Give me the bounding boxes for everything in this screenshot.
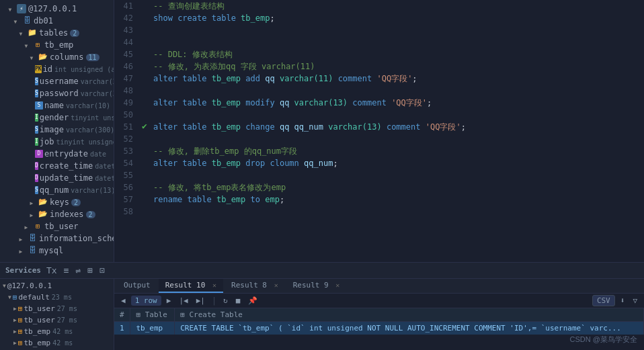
- col-name: qq_num: [40, 185, 69, 195]
- editor-line-54: 54 alter table tb_emp drop cloumn qq_num…: [114, 157, 644, 169]
- sidebar-item-columns[interactable]: 📂 columns 11: [0, 51, 114, 63]
- line-number: 45: [114, 48, 138, 60]
- toolbar-icon-tx[interactable]: Tx: [45, 265, 58, 276]
- result-table[interactable]: # ⊞ Table ⊞ Create Table 1 tb_emp CREATE…: [114, 308, 644, 350]
- col-header-num: #: [114, 308, 130, 322]
- nav-next-btn[interactable]: ▶: [164, 296, 174, 306]
- result-tabs[interactable]: Output Result 10 ✕ Result 8 ✕ Result 9 ✕: [114, 279, 644, 294]
- toolbar-right: CSV ⬇ ▽: [592, 295, 640, 306]
- int-icon: I: [35, 114, 38, 122]
- line-content: alter table tb_emp add qq varchar(11) co…: [151, 73, 644, 85]
- folder-icon: 📂: [38, 198, 48, 207]
- sidebar-item-indexes[interactable]: 📂 indexes 2: [0, 208, 114, 220]
- line-content: rename table tb_emp to emp;: [151, 193, 644, 206]
- line-number: 44: [114, 36, 138, 48]
- sidebar-item-db01[interactable]: 🗄 db01: [0, 15, 114, 27]
- tab-result10-label: Result 10: [165, 281, 206, 290]
- toolbar-icon-sync[interactable]: ⇌: [74, 265, 82, 276]
- line-number: 48: [114, 85, 138, 97]
- sidebar-col-qq-num[interactable]: S qq_num varchar(13): [0, 184, 114, 196]
- cell-create: CREATE TABLE `tb_emp` ( `id` int unsigne…: [175, 322, 644, 335]
- pin-btn[interactable]: 📌: [245, 296, 260, 306]
- bottom-content: ▼ @127.0.0.1 ▼ ⊞ default 23 ms ▶ ⊞ tb_us…: [0, 279, 644, 350]
- services-server[interactable]: ▼ @127.0.0.1: [0, 280, 114, 292]
- refresh-btn[interactable]: ↻: [220, 296, 231, 306]
- nav-last-btn[interactable]: ▶|: [194, 296, 208, 306]
- services-toolbar: Services Tx ≡ ⇌ ⊞ ⊡: [0, 263, 644, 279]
- tab-result10[interactable]: Result 10 ✕: [159, 279, 223, 293]
- services-tb-emp-label2: tb_emp: [24, 339, 50, 347]
- line-number: 55: [114, 169, 138, 181]
- sidebar-col-job[interactable]: I job tinyint unsigned: [0, 136, 114, 148]
- tb-user-label: tb_user: [44, 222, 79, 231]
- toolbar-icon-list[interactable]: ≡: [63, 265, 71, 276]
- arrow-icon: [5, 4, 15, 13]
- col-name: password: [40, 89, 79, 98]
- filter-btn[interactable]: ▽: [630, 296, 640, 306]
- sidebar-col-create-time[interactable]: D create_time datetime: [0, 160, 114, 172]
- sidebar-item-mysql[interactable]: 🗄 mysql: [0, 245, 114, 257]
- services-tb-user-2[interactable]: ▶ ⊞ tb_user 27 ms: [0, 314, 114, 326]
- line-content: -- 修改, 删除tb_emp 的qq_num字段: [151, 145, 644, 157]
- str-icon: S: [35, 126, 38, 134]
- sidebar-col-id[interactable]: PK id int unsigned (auto incre...: [0, 63, 114, 75]
- database-sidebar[interactable]: ⚡ @127.0.0.1 🗄 db01 📁 tables 2 ⊞ tb_emp …: [0, 0, 114, 262]
- services-sidebar[interactable]: ▼ @127.0.0.1 ▼ ⊞ default 23 ms ▶ ⊞ tb_us…: [0, 279, 114, 350]
- tab-result9-close[interactable]: ✕: [335, 281, 339, 289]
- tab-result9[interactable]: Result 9 ✕: [286, 279, 347, 293]
- editor-line-49: 49 alter table tb_emp modify qq varchar(…: [114, 97, 644, 109]
- nav-first-btn[interactable]: |◀: [176, 296, 190, 306]
- csv-button[interactable]: CSV: [592, 295, 615, 306]
- export-btn[interactable]: ⬇: [618, 296, 628, 306]
- line-number: 51: [114, 121, 138, 133]
- line-number: 53: [114, 145, 138, 157]
- services-default-label: default: [18, 293, 49, 302]
- editor-line-53: 53 -- 修改, 删除tb_emp 的qq_num字段: [114, 145, 644, 157]
- services-tb-emp-2[interactable]: ▶ ⊞ tb_emp 42 ms: [0, 337, 114, 349]
- arrow-icon: [11, 16, 20, 26]
- col-type: datetime: [95, 163, 114, 170]
- tab-output[interactable]: Output: [117, 279, 157, 293]
- line-content: [151, 109, 644, 121]
- stop-btn[interactable]: ■: [233, 296, 243, 306]
- col-type: tinyint unsigned: [56, 138, 114, 146]
- pk-icon: PK: [35, 65, 42, 73]
- nav-prev-btn[interactable]: ◀: [118, 296, 128, 306]
- sidebar-col-image[interactable]: S image varchar(300): [0, 124, 114, 136]
- col-type: datetime: [95, 175, 114, 182]
- editor-line-45: 45 -- DDL: 修改表结构: [114, 48, 644, 60]
- services-tb-emp-label: tb_emp: [24, 327, 50, 336]
- toolbar-icon-grid[interactable]: ⊞: [86, 265, 94, 276]
- sidebar-item-keys[interactable]: 📂 keys 2: [0, 196, 114, 208]
- sidebar-col-username[interactable]: S username varchar(20): [0, 75, 114, 87]
- line-number: 49: [114, 97, 138, 109]
- col-name: name: [44, 101, 64, 110]
- sidebar-item-tb-emp[interactable]: ⊞ tb_emp: [0, 39, 114, 51]
- toolbar-icon-stop[interactable]: ⊡: [98, 265, 106, 276]
- sidebar-col-gender[interactable]: I gender tinyint unsigned: [0, 112, 114, 124]
- cell-num: 1: [114, 322, 130, 335]
- sidebar-col-update-time[interactable]: D update_time datetime: [0, 172, 114, 184]
- services-tb-emp-1[interactable]: ▶ ⊞ tb_emp 42 ms: [0, 326, 114, 337]
- tab-result8[interactable]: Result 8 ✕: [225, 279, 285, 293]
- sidebar-item-information-schema[interactable]: 🗄 information_schema: [0, 232, 114, 245]
- services-default[interactable]: ▼ ⊞ default 23 ms: [0, 292, 114, 303]
- code-editor[interactable]: 41 -- 查询创建表结构 42 show create table tb_em…: [114, 0, 644, 262]
- columns-label: columns: [50, 52, 84, 62]
- sidebar-col-entrydate[interactable]: D entrydate date: [0, 148, 114, 160]
- date-icon: D: [35, 162, 38, 170]
- sidebar-item-server[interactable]: ⚡ @127.0.0.1: [0, 3, 114, 15]
- arrow-icon: [22, 40, 31, 50]
- sidebar-item-tb-user[interactable]: ⊞ tb_user: [0, 220, 114, 232]
- sidebar-col-password[interactable]: S password varchar(32) = 'je...: [0, 87, 114, 99]
- sidebar-item-tables[interactable]: 📁 tables 2: [0, 27, 114, 39]
- line-content: [151, 24, 644, 36]
- sidebar-col-name[interactable]: S name varchar(10): [0, 99, 114, 112]
- tab-result10-close[interactable]: ✕: [212, 281, 216, 289]
- table-row[interactable]: 1 tb_emp CREATE TABLE `tb_emp` ( `id` in…: [114, 322, 644, 335]
- tab-result8-close[interactable]: ✕: [274, 281, 278, 289]
- services-tb-user-1[interactable]: ▶ ⊞ tb_user 27 ms: [0, 303, 114, 314]
- col-header-create: ⊞ Create Table: [175, 308, 644, 322]
- editor-line-47: 47 alter table tb_emp add qq varchar(11)…: [114, 73, 644, 85]
- tab-result8-label: Result 8: [231, 281, 267, 290]
